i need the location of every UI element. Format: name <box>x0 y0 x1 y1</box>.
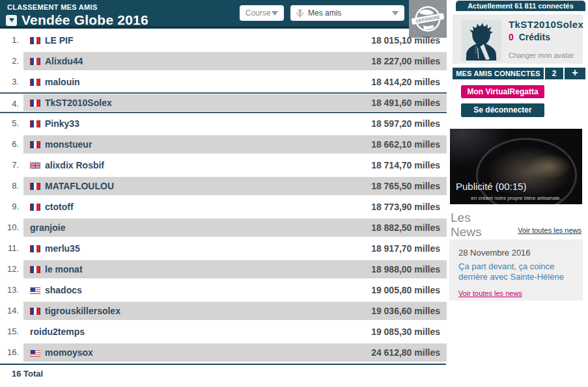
change-avatar-link[interactable]: Changer mon avatar <box>509 51 574 59</box>
skipper-name: tigrouskillersolex <box>45 306 120 316</box>
leaderboard-row[interactable]: 9.ctotoff18 773,90 milles <box>0 196 447 217</box>
skipper-name: alixdix Rosbif <box>45 160 104 170</box>
row-body: Alixdu4418 227,00 milles <box>23 52 447 70</box>
row-body: tigrouskillersolex19 036,60 milles <box>23 302 447 320</box>
connected-friends-bar: MES AMIS CONNECTES 2 + <box>453 68 585 79</box>
leaderboard-row[interactable]: 3.malouin18 414,20 milles <box>0 72 447 92</box>
total-divider <box>0 364 446 365</box>
distance-value: 18 988,00 milles <box>371 264 440 274</box>
skipper-name: ctotoff <box>45 202 74 212</box>
ranking-header: CLASSEMENT MES AMIS Vendée Globe 2016 Co… <box>0 0 447 29</box>
friends-filter-select[interactable]: Mes amis <box>290 5 404 21</box>
news-headline-link[interactable]: Ça part devant, ça coince derrière avec … <box>458 261 574 282</box>
row-body: merlu3518 917,70 milles <box>23 239 447 258</box>
rank-number: 12. <box>0 259 23 280</box>
distance-value: 24 612,80 milles <box>371 347 440 358</box>
my-virtualregatta-button[interactable]: Mon VirtualRegatta <box>461 85 544 98</box>
rank-number: 13. <box>0 280 23 300</box>
row-body: granjoie18 882,50 milles <box>23 219 447 237</box>
page-title: Vendée Globe 2016 <box>21 12 148 28</box>
flag-fr-icon <box>30 204 40 211</box>
skipper-name: Pinky33 <box>45 118 79 129</box>
rank-number: 16. <box>0 342 23 363</box>
rank-number: 8. <box>0 176 23 196</box>
row-body: le monat18 988,00 milles <box>23 260 447 278</box>
leaderboard-row[interactable]: 4.TkST2010Solex18 491,60 milles <box>0 92 447 113</box>
distance-value: 19 036,60 milles <box>371 306 440 316</box>
distance-value: 18 917,70 milles <box>371 243 440 254</box>
flag-us-icon <box>30 349 40 356</box>
flag-fr-icon <box>30 120 40 127</box>
online-count-banner: Actuellement 61 811 connectés <box>456 1 585 11</box>
avatar[interactable] <box>461 20 501 61</box>
rank-number: 10. <box>0 217 23 238</box>
flag-fr-icon <box>30 141 40 148</box>
leaderboard-row[interactable]: 10.granjoie18 882,50 milles <box>0 217 447 238</box>
rank-number: 14. <box>0 300 23 321</box>
see-all-news-link[interactable]: Voir toutes les news <box>518 226 581 234</box>
connected-friends-count[interactable]: 2 <box>545 68 565 79</box>
leaderboard-row[interactable]: 2.Alixdu4418 227,00 milles <box>0 51 447 72</box>
leaderboard-row[interactable]: 12.le monat18 988,00 milles <box>0 259 447 280</box>
rank-number: 4. <box>0 94 23 112</box>
username: TkST2010Solex <box>509 19 583 30</box>
leaderboard-row[interactable]: 6.monstueur18 662,10 milles <box>0 134 447 155</box>
course-select[interactable]: Course <box>240 5 284 21</box>
leaderboard-row[interactable]: 11.merlu3518 917,70 milles <box>0 238 447 259</box>
distance-value: 18 227,00 milles <box>371 56 440 66</box>
total-count: 16 Total <box>12 369 43 379</box>
flag-fr-icon <box>30 266 40 273</box>
row-body: alixdix Rosbif18 714,70 milles <box>23 156 447 174</box>
distance-value: 18 414,20 milles <box>371 77 440 87</box>
distance-value: 18 662,10 milles <box>371 139 440 150</box>
skipper-name: LE PIF <box>45 35 74 46</box>
distance-value: 18 015,10 milles <box>371 35 440 46</box>
skipper-name: shadocs <box>45 285 82 295</box>
leaderboard-row[interactable]: 1.LE PIF18 015,10 milles <box>0 30 447 51</box>
skipper-name: momoysox <box>45 347 93 358</box>
row-body: Pinky3318 597,20 milles <box>23 114 447 133</box>
leaderboard-row[interactable]: 5.Pinky3318 597,20 milles <box>0 113 447 134</box>
rank-number: 6. <box>0 134 23 155</box>
leaderboard-row[interactable]: 16.momoysox24 612,80 milles <box>0 342 447 363</box>
credits-value: 0 <box>509 32 514 42</box>
row-body: shadocs19 005,80 milles <box>23 281 447 299</box>
skipper-name: merlu35 <box>45 243 80 254</box>
leaderboard-row[interactable]: 14.tigrouskillersolex19 036,60 milles <box>0 300 447 321</box>
sailor-silhouette-icon <box>461 20 501 61</box>
skipper-name: le monat <box>45 264 83 274</box>
credits-label: Crédits <box>519 32 550 42</box>
leaderboard-row[interactable]: 13.shadocs19 005,80 milles <box>0 280 447 300</box>
logout-button[interactable]: Se déconnecter <box>461 103 544 117</box>
flag-gb-icon <box>30 162 40 169</box>
news-date: 28 Novembre 2016 <box>458 248 574 258</box>
distance-value: 18 882,50 milles <box>371 222 440 233</box>
add-friend-button[interactable]: + <box>565 68 585 79</box>
collapse-ranking-button[interactable] <box>6 15 17 26</box>
leaderboard-row[interactable]: 15.roidu2temps19 085,30 milles <box>0 321 447 342</box>
chevron-down-icon <box>272 11 278 16</box>
sidebar: Actuellement 61 811 connectés TkST2010So… <box>449 0 588 387</box>
distance-value: 18 765,50 milles <box>371 181 440 191</box>
distance-value: 18 597,20 milles <box>371 118 440 129</box>
course-select-value: Course <box>245 8 271 18</box>
credits: 0 Crédits <box>509 32 550 42</box>
rank-number: 1. <box>0 30 23 51</box>
leaderboard-row[interactable]: 8.MATAFLOULOU18 765,50 milles <box>0 176 447 196</box>
rank-number: 5. <box>0 113 23 134</box>
distance-value: 18 714,70 milles <box>371 160 440 170</box>
row-body: MATAFLOULOU18 765,50 milles <box>23 177 447 195</box>
distance-value: 18 773,90 milles <box>371 202 440 212</box>
video-ad[interactable]: Publicité (00:15) en créant notre propre… <box>450 129 582 204</box>
user-card: TkST2010Solex 0 Crédits Changer mon avat… <box>453 14 583 64</box>
row-body: roidu2temps19 085,30 milles <box>23 323 447 341</box>
rank-number: 9. <box>0 196 23 217</box>
flag-fr-icon <box>30 100 40 107</box>
distance-value: 18 491,60 milles <box>371 98 440 108</box>
leaderboard-row[interactable]: 7.alixdix Rosbif18 714,70 milles <box>0 155 447 176</box>
friends-icon <box>296 9 303 18</box>
distance-value: 19 085,30 milles <box>371 327 440 337</box>
ad-subtitle: en créant notre propre bière artisanale. <box>450 195 582 201</box>
chevron-down-icon <box>392 11 399 16</box>
see-all-news-link-bottom[interactable]: Voir toutes les news <box>458 289 522 297</box>
